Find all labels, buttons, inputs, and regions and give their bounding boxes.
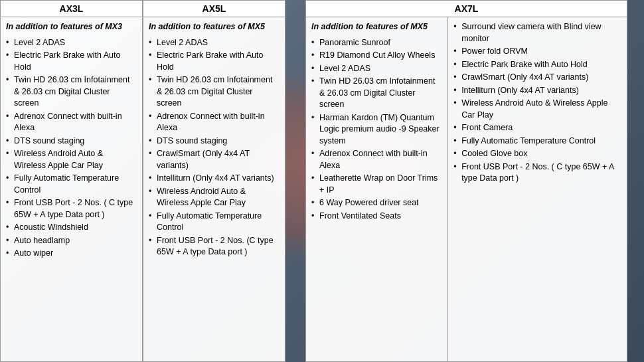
ax7l-right-features: Surround view camera with Blind view mon… bbox=[453, 21, 621, 185]
list-item: Surround view camera with Blind view mon… bbox=[453, 21, 621, 45]
list-item: Power fold ORVM bbox=[453, 46, 621, 58]
list-item: Auto wiper bbox=[6, 248, 137, 260]
ax3l-header: AX3L bbox=[1, 1, 142, 17]
list-item: Level 2 ADAS bbox=[311, 63, 442, 75]
list-item: Wireless Android Auto & Wireless Apple C… bbox=[453, 98, 621, 121]
list-item: Wireless Android Auto & Wireless Apple C… bbox=[6, 148, 137, 171]
list-item: Twin HD 26.03 cm Infotainment & 26.03 cm… bbox=[311, 76, 442, 111]
ax7l-header: AX7L bbox=[306, 1, 627, 17]
list-item: Leatherette Wrap on Door Trims + IP bbox=[311, 173, 442, 196]
list-item: DTS sound staging bbox=[149, 136, 280, 147]
list-item: CrawlSmart (Only 4x4 AT variants) bbox=[453, 72, 621, 84]
list-item: Adrenox Connect with built-in Alexa bbox=[149, 111, 280, 134]
list-item: Wireless Android Auto & Wireless Apple C… bbox=[149, 186, 280, 209]
list-item: Fully Automatic Temperature Control bbox=[149, 211, 280, 234]
ax7l-left-intro: In addition to features of MX5 bbox=[311, 21, 442, 33]
list-item: Fully Automatic Temperature Control bbox=[6, 173, 137, 196]
ax3l-intro: In addition to features of MX3 bbox=[6, 21, 137, 33]
list-item: Electric Park Brake with Auto Hold bbox=[149, 50, 280, 73]
ax5l-body: In addition to features of MX5 Level 2 A… bbox=[143, 17, 285, 264]
list-item: CrawlSmart (Only 4x4 AT variants) bbox=[149, 148, 280, 171]
list-item: Acoustic Windshield bbox=[6, 222, 137, 234]
list-item: Intelliturn (Only 4x4 AT variants) bbox=[149, 173, 280, 185]
list-item: 6 Way Powered driver seat bbox=[311, 197, 442, 209]
list-item: DTS sound staging bbox=[6, 136, 137, 147]
list-item: Auto headlamp bbox=[6, 235, 137, 247]
list-item: Level 2 ADAS bbox=[149, 37, 280, 49]
ax3l-column: AX3L In addition to features of MX3 Leve… bbox=[0, 0, 143, 362]
comparison-table: AX3L In addition to features of MX3 Leve… bbox=[0, 0, 644, 362]
ax7l-body: In addition to features of MX5 Panoramic… bbox=[306, 17, 627, 361]
list-item: Front Camera bbox=[453, 122, 621, 134]
list-item: Harman Kardon (TM) Quantum Logic premium… bbox=[311, 112, 442, 147]
list-item: Front USB Port - 2 Nos. ( C type 65W + A… bbox=[6, 197, 137, 221]
list-item: Twin HD 26.03 cm Infotainment & 26.03 cm… bbox=[6, 74, 137, 110]
list-item: Electric Park Brake with Auto Hold bbox=[453, 59, 621, 71]
list-item: Front USB Port - 2 Nos. ( C type 65W + A… bbox=[453, 161, 621, 185]
list-item: Front Ventilated Seats bbox=[311, 211, 442, 223]
list-item: Level 2 ADAS bbox=[6, 37, 137, 49]
ax7l-right: Surround view camera with Blind view mon… bbox=[448, 17, 627, 361]
list-item: Intelliturn (Only 4x4 AT variants) bbox=[453, 85, 621, 97]
ax5l-header: AX5L bbox=[143, 1, 285, 17]
list-item: Cooled Glove box bbox=[453, 148, 621, 160]
ax7l-column: AX7L In addition to features of MX5 Pano… bbox=[305, 0, 627, 362]
list-item: Fully Automatic Temperature Control bbox=[453, 136, 621, 147]
list-item: Adrenox Connect with built-in Alexa bbox=[6, 111, 137, 134]
spacer bbox=[285, 0, 305, 362]
list-item: Electric Park Brake with Auto Hold bbox=[6, 50, 137, 73]
ax3l-feature-list: Level 2 ADAS Electric Park Brake with Au… bbox=[6, 37, 137, 260]
list-item: R19 Diamond Cut Alloy Wheels bbox=[311, 50, 442, 62]
ax7l-left-features: Panoramic Sunroof R19 Diamond Cut Alloy … bbox=[311, 37, 442, 223]
list-item: Adrenox Connect with built-in Alexa bbox=[311, 148, 442, 171]
ax5l-column: AX5L In addition to features of MX5 Leve… bbox=[143, 0, 285, 362]
ax5l-feature-list: Level 2 ADAS Electric Park Brake with Au… bbox=[149, 37, 280, 258]
list-item: Twin HD 26.03 cm Infotainment & 26.03 cm… bbox=[149, 74, 280, 110]
ax7l-left: In addition to features of MX5 Panoramic… bbox=[306, 17, 448, 361]
columns: AX3L In addition to features of MX3 Leve… bbox=[0, 0, 644, 362]
ax3l-body: In addition to features of MX3 Level 2 A… bbox=[1, 17, 142, 265]
list-item: Front USB Port - 2 Nos. (C type 65W + A … bbox=[149, 235, 280, 258]
list-item: Panoramic Sunroof bbox=[311, 37, 442, 49]
ax5l-intro: In addition to features of MX5 bbox=[149, 21, 280, 33]
